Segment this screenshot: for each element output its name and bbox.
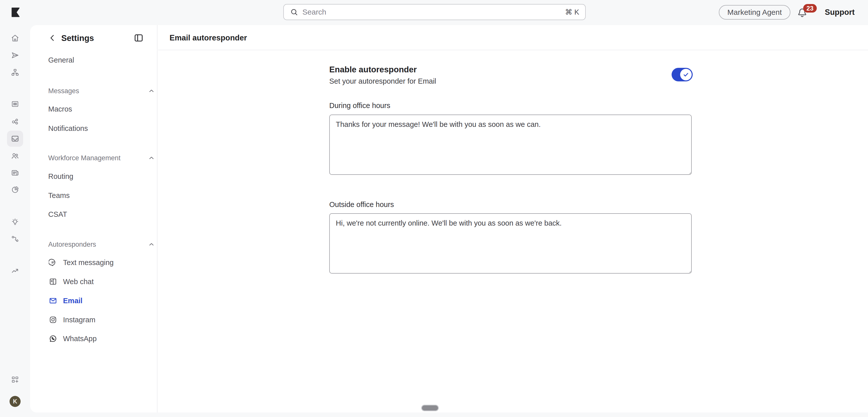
- sidebar-item-notifications[interactable]: Notifications: [48, 123, 149, 133]
- settings-sidebar: Settings General Messages Macros Notific…: [30, 25, 157, 413]
- chevron-up-icon: [148, 154, 155, 161]
- sidebar-item-general[interactable]: General: [48, 55, 149, 65]
- toggle-knob: [680, 69, 692, 80]
- send-icon[interactable]: [11, 51, 19, 60]
- pie-chart-icon[interactable]: [11, 185, 19, 194]
- enable-autoresponder-heading: Enable autoresponder: [329, 65, 417, 75]
- chat-bubble-icon: [49, 258, 57, 267]
- sidebar-item-web-chat[interactable]: Web chat: [49, 276, 149, 287]
- app-logo-icon[interactable]: [10, 6, 22, 18]
- sidebar-item-teams[interactable]: Teams: [48, 190, 149, 201]
- horizontal-scrollbar-thumb[interactable]: [422, 406, 438, 411]
- global-search: ⌘ K: [283, 4, 586, 20]
- enable-autoresponder-description: Set your autoresponder for Email: [329, 77, 436, 85]
- during-office-hours-label: During office hours: [329, 101, 390, 110]
- main-header: Email autoresponder: [158, 25, 868, 50]
- share-nodes-icon[interactable]: [11, 117, 19, 126]
- apps-add-icon[interactable]: [11, 375, 19, 384]
- app-root: ⌘ K Marketing Agent 23 Support: [0, 0, 868, 417]
- document-icon[interactable]: [11, 100, 19, 108]
- content-panel: Settings General Messages Macros Notific…: [30, 25, 868, 413]
- sidebar-section-messages[interactable]: Messages: [48, 86, 149, 96]
- lightbulb-icon[interactable]: [11, 217, 19, 226]
- sidebar-item-text-messaging[interactable]: Text messaging: [49, 257, 149, 268]
- check-icon: [682, 70, 690, 79]
- route-icon[interactable]: [11, 235, 19, 243]
- during-office-hours-textarea[interactable]: Thanks for your message! We'll be with y…: [329, 115, 692, 175]
- news-icon[interactable]: [11, 169, 19, 177]
- search-shortcut: ⌘ K: [565, 8, 579, 16]
- sidebar-item-csat[interactable]: CSAT: [48, 209, 149, 219]
- settings-title: Settings: [61, 33, 94, 43]
- users-icon[interactable]: [11, 151, 19, 160]
- sidebar-item-instagram[interactable]: Instagram: [49, 314, 149, 325]
- sidebar-item-macros[interactable]: Macros: [48, 104, 149, 114]
- sidebar-item-routing[interactable]: Routing: [48, 171, 149, 182]
- sidebar-section-autoresponders[interactable]: Autoresponders: [48, 240, 149, 249]
- support-link[interactable]: Support: [825, 8, 855, 17]
- main-content: Email autoresponder Enable autoresponder…: [158, 25, 868, 413]
- email-icon: [49, 296, 57, 305]
- whatsapp-icon: [49, 334, 57, 343]
- notification-count-badge: 23: [803, 4, 817, 12]
- chevron-up-icon: [148, 87, 155, 94]
- page-title: Email autoresponder: [169, 33, 247, 42]
- search-input[interactable]: [302, 8, 561, 16]
- sidebar-section-workforce-management[interactable]: Workforce Management: [48, 153, 149, 163]
- search-icon: [290, 8, 299, 16]
- sidebar-item-email[interactable]: Email: [49, 295, 149, 306]
- home-icon[interactable]: [11, 34, 19, 42]
- outside-office-hours-textarea[interactable]: Hi, we're not currently online. We'll be…: [329, 213, 692, 274]
- back-button[interactable]: [48, 33, 57, 43]
- enable-autoresponder-toggle[interactable]: [672, 68, 693, 81]
- chevron-up-icon: [148, 241, 155, 248]
- webchat-icon: [49, 277, 57, 286]
- inbox-icon[interactable]: [11, 135, 19, 143]
- outside-office-hours-label: Outside office hours: [329, 201, 394, 209]
- sitemap-icon[interactable]: [11, 68, 19, 77]
- user-avatar[interactable]: K: [9, 396, 21, 407]
- collapse-sidebar-icon[interactable]: [134, 33, 144, 43]
- agent-role-button[interactable]: Marketing Agent: [719, 5, 790, 20]
- trend-up-icon[interactable]: [11, 267, 19, 275]
- instagram-icon: [49, 316, 57, 324]
- sidebar-item-whatsapp[interactable]: WhatsApp: [49, 333, 149, 344]
